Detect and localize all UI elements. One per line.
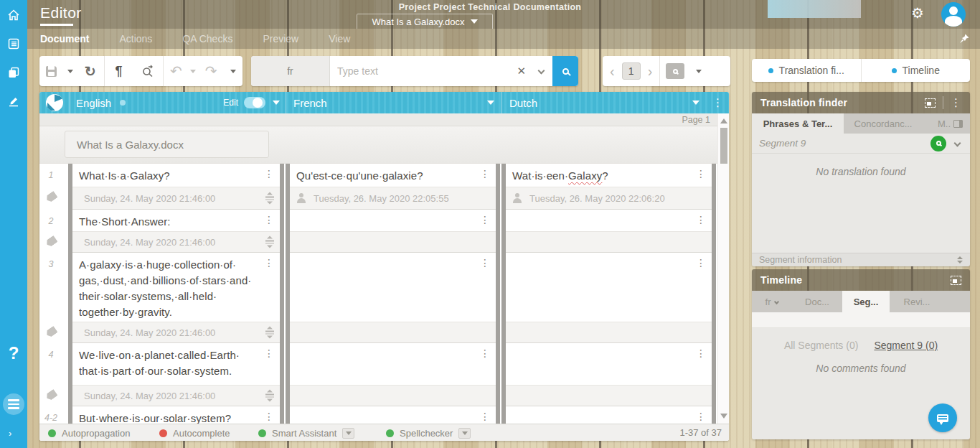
find-replace-icon[interactable] — [133, 56, 164, 86]
scroll-down-arrow[interactable] — [720, 414, 727, 419]
all-segments-link[interactable]: All Segments (0) — [784, 340, 858, 351]
toolbar-more-caret[interactable] — [224, 56, 242, 86]
search-button[interactable] — [552, 56, 578, 86]
segment-kebab-icon[interactable]: ⋮ — [696, 258, 706, 268]
run-search-button[interactable] — [930, 136, 946, 151]
source-cell[interactable]: We·​live·​on·​a·​planet·​called·​Earth·​… — [68, 343, 284, 406]
segment-kebab-icon[interactable]: ⋮ — [696, 348, 706, 358]
panel-kebab-icon[interactable]: ⋮ — [951, 96, 961, 109]
segment-kebab-icon[interactable]: ⋮ — [696, 169, 706, 179]
formatting-marks-icon[interactable]: ¶ — [105, 56, 133, 86]
scroll-up-arrow[interactable] — [720, 118, 727, 123]
add-comment-button[interactable] — [928, 403, 957, 432]
clear-search-icon[interactable]: ✕ — [508, 65, 534, 78]
undo-options-caret[interactable] — [188, 56, 198, 86]
home-icon[interactable] — [0, 6, 27, 24]
french-cell[interactable]: ⋮ — [286, 253, 500, 343]
segment-kebab-icon[interactable]: ⋮ — [264, 411, 274, 421]
source-cell[interactable]: The·​Short·​Answer:⋮ Sunday, 24. May 202… — [68, 210, 284, 253]
tab-document[interactable]: Doc... — [792, 291, 842, 312]
tag-icon[interactable] — [44, 326, 58, 339]
menu-item-actions[interactable]: Actions — [119, 33, 152, 45]
timeline-language-dropdown[interactable]: fr — [752, 291, 792, 312]
source-cell[interactable]: A·​galaxy·​is·​a·​huge·​collection·​of·​… — [68, 253, 284, 343]
grid-menu-kebab-icon[interactable]: ⋮ — [712, 96, 723, 109]
status-smart-assistant[interactable]: Smart Assistant — [258, 424, 354, 441]
split-join-icon[interactable] — [265, 236, 274, 248]
segment-kebab-icon[interactable]: ⋮ — [264, 258, 274, 268]
split-join-icon[interactable] — [265, 192, 274, 205]
expand-sidebar-chevron[interactable]: › — [9, 428, 11, 439]
search-options-chevron[interactable] — [534, 63, 552, 79]
edit-pencil-icon[interactable] — [0, 93, 27, 110]
dutch-cell[interactable]: ⋮ — [501, 253, 716, 343]
french-cell[interactable]: ⋮ — [286, 210, 500, 253]
segment-kebab-icon[interactable]: ⋮ — [264, 215, 274, 225]
tab-translation-finder[interactable]: Translation fi... — [752, 59, 861, 82]
tab-more[interactable]: M.. — [930, 113, 970, 134]
segment-information-footer[interactable]: Segment information — [752, 253, 970, 266]
tab-timeline[interactable]: Timeline — [861, 59, 971, 82]
hamburger-menu-icon[interactable] — [3, 393, 24, 415]
french-cell[interactable]: ⋮ — [286, 343, 500, 406]
refresh-icon[interactable]: ↻ — [77, 56, 104, 86]
avatar[interactable] — [941, 2, 966, 27]
query-options-chevron[interactable] — [955, 136, 960, 149]
dutch-cell[interactable]: ⋮ — [501, 406, 716, 424]
segment-kebab-icon[interactable]: ⋮ — [480, 215, 490, 225]
status-autocomplete[interactable]: Autocomplete — [159, 424, 230, 441]
search-scope-field[interactable]: fr — [251, 56, 330, 86]
segment-kebab-icon[interactable]: ⋮ — [696, 215, 706, 225]
edit-toggle[interactable] — [244, 97, 265, 108]
save-options-caret[interactable] — [64, 56, 77, 86]
menu-item-preview[interactable]: Preview — [263, 33, 298, 45]
detach-panel-icon[interactable] — [951, 276, 961, 285]
source-cell[interactable]: But·​where·​is·​our·​solar·​system?⋮ — [68, 406, 284, 424]
source-column-chevron[interactable] — [273, 101, 280, 105]
menu-item-document[interactable]: Document — [40, 33, 89, 45]
tag-icon[interactable] — [44, 191, 58, 204]
status-autopropagation[interactable]: Autopropagation — [48, 424, 130, 441]
tag-icon[interactable] — [44, 235, 58, 248]
goto-search-icon[interactable] — [666, 63, 684, 79]
tab-concordance[interactable]: Concordanc... — [844, 113, 923, 134]
detach-panel-icon[interactable] — [925, 98, 936, 108]
segment-kebab-icon[interactable]: ⋮ — [264, 169, 274, 179]
joblist-icon[interactable] — [0, 35, 27, 52]
menu-item-qa-checks[interactable]: QA Checks — [182, 33, 232, 45]
split-join-icon[interactable] — [265, 390, 274, 402]
tab-revisions[interactable]: Revi... — [890, 291, 944, 312]
spellchecker-dropdown[interactable] — [458, 428, 471, 439]
segment-kebab-icon[interactable]: ⋮ — [264, 348, 274, 358]
smart-assistant-dropdown[interactable] — [342, 428, 354, 439]
split-join-icon[interactable] — [265, 327, 274, 339]
page-number-field[interactable]: 1 — [622, 62, 641, 80]
progress-pie-icon[interactable] — [46, 94, 63, 111]
help-icon[interactable]: ? — [0, 345, 27, 362]
undo-icon[interactable]: ↶ — [164, 56, 188, 86]
segment-kebab-icon[interactable]: ⋮ — [480, 411, 490, 421]
target1-column-chevron[interactable] — [487, 101, 494, 105]
grid-scrollbar[interactable] — [717, 113, 729, 424]
tag-icon[interactable] — [44, 389, 58, 402]
previous-page-chevron[interactable]: ‹ — [603, 63, 622, 80]
next-page-chevron[interactable]: › — [641, 63, 660, 80]
expand-collapse-arrows-icon[interactable] — [957, 256, 963, 263]
gear-icon[interactable]: ⚙ — [911, 4, 924, 22]
segment-kebab-icon[interactable]: ⋮ — [696, 411, 706, 421]
menu-item-view[interactable]: View — [329, 33, 350, 45]
segment-kebab-icon[interactable]: ⋮ — [480, 258, 490, 268]
dutch-cell[interactable]: ⋮ — [501, 210, 716, 253]
status-spellchecker[interactable]: Spellchecker — [386, 424, 471, 441]
segment-9-link[interactable]: Segment 9 (0) — [874, 340, 938, 351]
segment-kebab-icon[interactable]: ⋮ — [480, 348, 490, 358]
segment-kebab-icon[interactable]: ⋮ — [480, 169, 490, 179]
dutch-cell[interactable]: Wat·​is·​een·​Galaxy?⋮ Tuesday, 26. May … — [501, 164, 716, 210]
scrollbar-thumb[interactable] — [720, 128, 727, 164]
search-input[interactable] — [330, 57, 508, 85]
document-title[interactable]: What Is a Galaxy.docx — [65, 131, 269, 158]
pin-icon[interactable] — [958, 33, 970, 45]
french-cell[interactable]: Qu'est-ce·​qu'une·​galaxie?⋮ Tuesday, 26… — [286, 164, 500, 210]
pager-options-caret[interactable] — [690, 56, 707, 86]
tab-phrases-terms[interactable]: Phrases & Ter... — [752, 113, 844, 134]
